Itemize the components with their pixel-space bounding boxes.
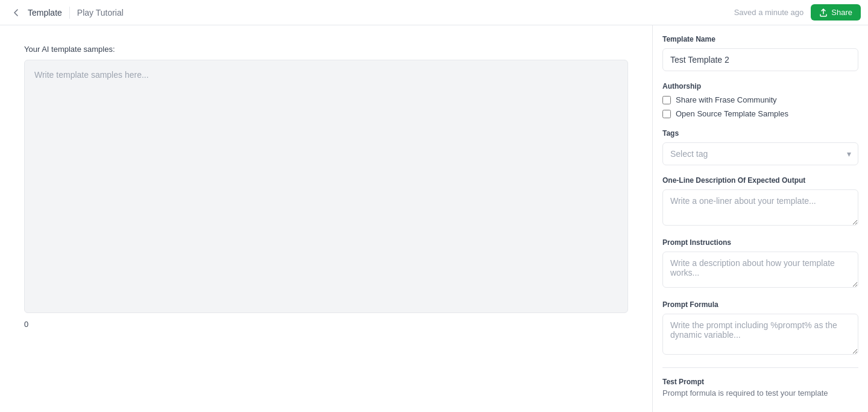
- prompt-formula-group: Prompt Formula: [662, 300, 858, 357]
- tutorial-link[interactable]: Play Tutorial: [77, 8, 124, 17]
- main-layout: Your AI template samples: 0 Template Nam…: [0, 25, 868, 412]
- share-community-label[interactable]: Share with Frase Community: [676, 95, 777, 104]
- template-name-group: Template Name: [662, 35, 858, 71]
- one-line-textarea[interactable]: [662, 189, 858, 226]
- saved-status: Saved a minute ago: [734, 8, 804, 17]
- prompt-instructions-textarea[interactable]: [662, 252, 858, 288]
- prompt-instructions-label: Prompt Instructions: [662, 238, 858, 247]
- header-divider: [69, 7, 70, 19]
- back-button[interactable]: [7, 4, 25, 22]
- share-community-row: Share with Frase Community: [662, 95, 858, 104]
- test-prompt-section: Test Prompt Prompt formula is required t…: [662, 378, 858, 398]
- authorship-section: Authorship Share with Frase Community Op…: [662, 82, 858, 118]
- test-prompt-desc: Prompt formula is required to test your …: [662, 388, 858, 398]
- template-name-input[interactable]: [662, 48, 858, 71]
- one-line-label: One-Line Description Of Expected Output: [662, 176, 858, 185]
- tags-select[interactable]: Select tag: [662, 142, 858, 165]
- tags-label: Tags: [662, 129, 858, 138]
- header-title: Template: [28, 8, 62, 17]
- share-community-checkbox[interactable]: [662, 96, 671, 104]
- authorship-label: Authorship: [662, 82, 858, 90]
- template-name-label: Template Name: [662, 35, 858, 43]
- share-icon: [819, 8, 828, 17]
- one-line-group: One-Line Description Of Expected Output: [662, 176, 858, 227]
- test-prompt-title: Test Prompt: [662, 378, 858, 386]
- prompt-formula-label: Prompt Formula: [662, 300, 858, 309]
- tags-select-wrapper: Select tag: [662, 142, 858, 165]
- back-icon: [11, 8, 21, 17]
- samples-label: Your AI template samples:: [24, 45, 628, 54]
- share-button[interactable]: Share: [811, 4, 861, 21]
- section-divider: [662, 367, 858, 368]
- tags-group: Tags Select tag: [662, 129, 858, 165]
- open-source-checkbox[interactable]: [662, 110, 671, 118]
- counter: 0: [24, 320, 628, 329]
- open-source-label[interactable]: Open Source Template Samples: [676, 109, 788, 118]
- samples-textarea[interactable]: [24, 60, 628, 313]
- left-panel: Your AI template samples: 0: [0, 25, 652, 412]
- open-source-row: Open Source Template Samples: [662, 109, 858, 118]
- share-button-label: Share: [831, 8, 852, 17]
- prompt-instructions-group: Prompt Instructions: [662, 238, 858, 290]
- right-panel: Template Name Authorship Share with Fras…: [652, 25, 868, 412]
- prompt-formula-textarea[interactable]: [662, 314, 858, 355]
- header: Template Play Tutorial Saved a minute ag…: [0, 0, 868, 25]
